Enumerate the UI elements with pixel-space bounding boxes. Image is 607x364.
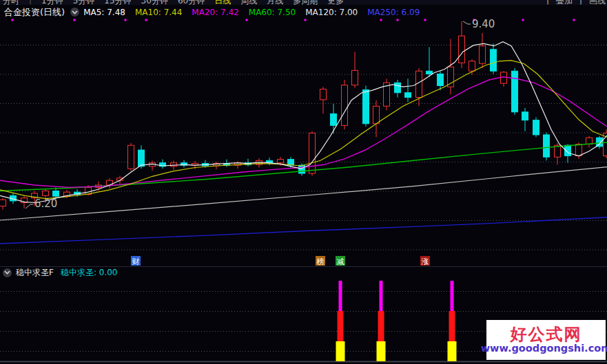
candle-down bbox=[438, 74, 444, 86]
chart-canvas[interactable]: 9.406.20财榜减涨 bbox=[0, 0, 607, 364]
watermark-site-url: www.goodgongshi.com bbox=[481, 343, 607, 354]
signal-dot bbox=[397, 19, 399, 21]
indicator-bar-segment bbox=[378, 311, 384, 341]
signal-dot bbox=[573, 19, 575, 21]
candle-up bbox=[128, 145, 134, 169]
candle-down bbox=[331, 114, 337, 125]
indicator-bar-segment bbox=[448, 341, 457, 361]
indicator-bar-segment bbox=[377, 341, 386, 361]
candle-up bbox=[576, 144, 582, 156]
indicator-name: 稳中求圣F bbox=[16, 267, 54, 279]
candle-up bbox=[373, 106, 380, 124]
candle-down bbox=[395, 83, 401, 92]
indicator-bar-segment bbox=[336, 341, 345, 361]
indicator-value: 稳中求圣: 0.00 bbox=[61, 267, 118, 279]
signal-dot bbox=[424, 19, 426, 21]
candle-up bbox=[171, 163, 177, 167]
candle-down bbox=[299, 165, 305, 173]
candle-up bbox=[448, 67, 454, 87]
candle-down bbox=[363, 89, 369, 123]
candle-down bbox=[522, 112, 528, 120]
candle-down bbox=[491, 50, 497, 71]
signal-dot bbox=[125, 19, 127, 21]
candle-up bbox=[43, 191, 49, 196]
signal-dot bbox=[12, 19, 14, 21]
watermark-site-name: 好公式网 bbox=[511, 326, 582, 343]
candle-up bbox=[309, 133, 316, 173]
signal-dot bbox=[380, 19, 382, 21]
price-annotation: 6.20 bbox=[34, 197, 57, 210]
event-marker-text: 榜 bbox=[317, 257, 325, 266]
indicator-bar-segment bbox=[380, 281, 383, 311]
candle-up bbox=[480, 46, 486, 64]
chevron-down-icon bbox=[4, 270, 10, 275]
event-marker-text: 涨 bbox=[422, 257, 429, 266]
signal-dot bbox=[74, 19, 76, 21]
indicator-bar-segment bbox=[339, 281, 342, 311]
event-marker-text: 减 bbox=[337, 257, 344, 266]
signal-dot bbox=[522, 19, 524, 21]
candle-down bbox=[138, 150, 145, 167]
annotation-arrow bbox=[25, 204, 33, 208]
signal-dot bbox=[246, 19, 248, 21]
indicator-bar-segment bbox=[449, 311, 455, 341]
event-marker-text: 财 bbox=[132, 257, 140, 266]
annotation-arrow bbox=[463, 21, 471, 24]
candle-up bbox=[342, 85, 348, 126]
candle-down bbox=[405, 93, 411, 98]
candle-down bbox=[512, 71, 518, 112]
candle-up bbox=[320, 89, 327, 100]
candle-up bbox=[586, 138, 593, 144]
candle-down bbox=[53, 191, 59, 197]
candle-up bbox=[352, 70, 358, 85]
candle-up bbox=[278, 160, 284, 163]
stock-chart-window: 分时|1分钟5分钟15分钟30分钟60分钟日线周线月线多周期更多 |叠加|画线 … bbox=[0, 0, 607, 364]
ma-line-ma250 bbox=[0, 217, 607, 244]
indicator-bar-segment bbox=[338, 311, 344, 341]
candle-down bbox=[533, 120, 539, 135]
candle-down bbox=[426, 71, 433, 74]
candle-down bbox=[544, 135, 550, 157]
signal-dot bbox=[145, 19, 147, 21]
candle-up bbox=[501, 72, 507, 83]
watermark: 好公式网 www.goodgongshi.com bbox=[486, 320, 606, 360]
price-annotation: 9.40 bbox=[472, 18, 495, 30]
signal-dot bbox=[305, 19, 307, 21]
candle-up bbox=[469, 61, 475, 71]
indicator-panel-header: 稳中求圣F 稳中求圣: 0.00 bbox=[0, 266, 607, 278]
candle-up bbox=[0, 200, 6, 206]
candle-up bbox=[459, 36, 465, 63]
indicator-bar-segment bbox=[451, 281, 454, 311]
ma-line-ma5 bbox=[0, 42, 607, 203]
collapse-indicator-button[interactable] bbox=[3, 268, 12, 277]
candle-down bbox=[597, 138, 603, 147]
